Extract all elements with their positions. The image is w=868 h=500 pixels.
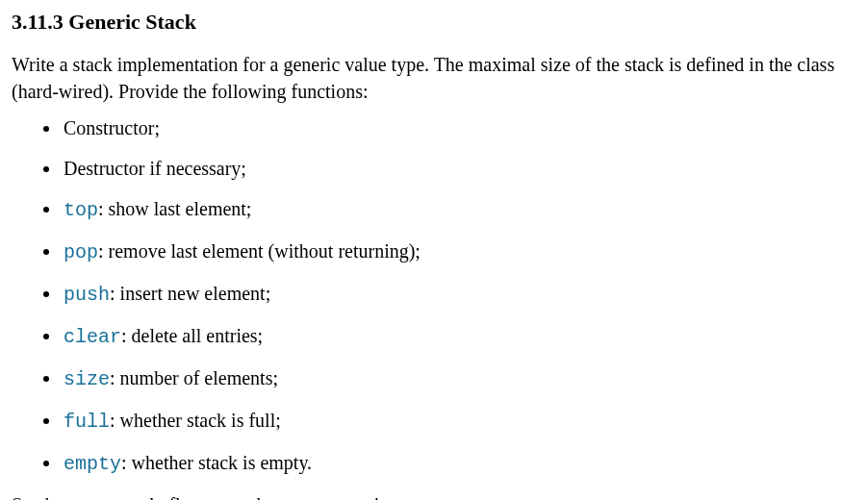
list-item: pop: remove last element (without return… [62, 238, 856, 266]
list-item: size: number of elements; [62, 364, 856, 393]
item-text: : whether stack is full; [110, 410, 281, 431]
code-keyword: top [64, 199, 98, 221]
item-text: : number of elements; [110, 367, 278, 388]
code-keyword: empty [64, 453, 121, 475]
code-keyword: clear [64, 326, 121, 348]
item-text: : whether stack is empty. [121, 452, 312, 473]
function-list: Constructor; Destructor if necessary; to… [12, 114, 856, 478]
footer-paragraph: Stack over- or underflow must throw an e… [12, 491, 856, 500]
item-text: Destructor if necessary; [64, 158, 246, 179]
list-item: Destructor if necessary; [62, 155, 856, 182]
item-text: : delete all entries; [121, 325, 263, 346]
item-text: : show last element; [98, 198, 251, 219]
item-text: Constructor; [64, 117, 160, 138]
item-text: : insert new element; [110, 283, 270, 304]
section-heading: 3.11.3 Generic Stack [12, 8, 856, 38]
item-text: : remove last element (without returning… [98, 240, 421, 262]
code-keyword: full [64, 411, 110, 433]
code-keyword: push [64, 284, 110, 306]
list-item: full: whether stack is full; [62, 407, 856, 436]
list-item: empty: whether stack is empty. [62, 449, 856, 478]
list-item: Constructor; [62, 114, 856, 141]
intro-paragraph: Write a stack implementation for a gener… [12, 51, 856, 105]
code-keyword: size [64, 368, 110, 390]
list-item: clear: delete all entries; [62, 322, 856, 351]
list-item: top: show last element; [62, 195, 856, 224]
list-item: push: insert new element; [62, 280, 856, 309]
code-keyword: pop [64, 241, 98, 263]
